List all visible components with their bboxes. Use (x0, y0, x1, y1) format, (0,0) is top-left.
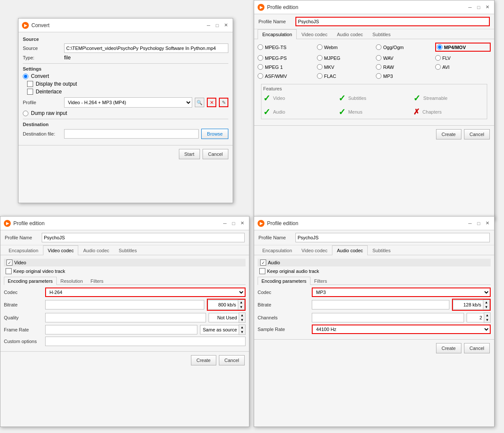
pe2-bitrate-spinner: ▲ ▼ (207, 299, 246, 311)
pe2-codec-select[interactable]: H-264 (45, 288, 246, 297)
pe3-tab-subtitles[interactable]: Subtitles (368, 245, 395, 255)
radio-raw: RAW (376, 64, 432, 70)
pe3-content: ✓ Audio Keep original audio track Encodi… (254, 255, 494, 339)
pe3-channels-value[interactable] (467, 313, 484, 322)
tab-encapsulation[interactable]: Encapsulation (258, 29, 297, 39)
pe1-close[interactable]: ✕ (484, 4, 491, 11)
pe2-custom-input[interactable] (45, 337, 246, 346)
display-output-checkbox[interactable] (27, 81, 33, 87)
pe3-codec-select[interactable]: MP3 (312, 288, 491, 297)
tab-video-codec[interactable]: Video codec (297, 29, 332, 39)
pe3-bitrate-input[interactable] (312, 300, 449, 309)
dump-raw-radio[interactable] (23, 111, 28, 116)
pe3-close[interactable]: ✕ (484, 220, 491, 227)
pe2-inner-tab-resolution[interactable]: Resolution (57, 277, 87, 285)
pe2-inner-tab-encoding[interactable]: Encoding parameters (4, 277, 57, 285)
pe2-title-left: ▶ Profile edition (4, 220, 45, 227)
delete-profile-button[interactable]: ✕ (207, 98, 216, 107)
feature-streamable-label: Streamable (423, 96, 447, 101)
feature-audio: ✓ Audio (263, 107, 335, 117)
pe3-profile-name-input[interactable] (295, 233, 490, 242)
pe2-title-bar: ▶ Profile edition ─ □ ✕ (0, 216, 249, 230)
pe1-tab-bar: Encapsulation Video codec Audio codec Su… (254, 29, 494, 39)
pe2-close[interactable]: ✕ (239, 220, 246, 227)
pe2-quality-input[interactable] (45, 313, 206, 322)
pe1-profile-name-input[interactable] (295, 17, 490, 26)
radio-webm: Webm (317, 43, 373, 52)
pe2-framerate-input[interactable] (45, 325, 197, 334)
pe2-tab-audio-codec[interactable]: Audio codec (78, 245, 114, 255)
source-input[interactable] (64, 43, 228, 53)
start-button[interactable]: Start (179, 149, 200, 159)
pe2-keep-original-checkbox[interactable] (6, 268, 12, 274)
browse-button[interactable]: Browse (201, 129, 228, 139)
pe3-audio-checkbox[interactable]: ✓ (260, 260, 266, 266)
maximize-button[interactable]: □ (214, 22, 221, 29)
feature-video-label: Video (273, 96, 285, 101)
pe3-inner-tab-encoding[interactable]: Encoding parameters (258, 277, 310, 285)
pe3-create-button[interactable]: Create (436, 343, 461, 353)
pe3-channels-label: Channels (258, 315, 309, 320)
profile-select[interactable]: Video - H.264 + MP3 (MP4) (64, 97, 192, 108)
pe2-bitrate-input[interactable] (45, 300, 204, 309)
settings-group-label: Settings (23, 66, 228, 71)
pe3-tab-encapsulation[interactable]: Encapsulation (258, 245, 297, 255)
tab-audio-codec[interactable]: Audio codec (332, 29, 368, 39)
feature-streamable: ✓ Streamable (413, 93, 485, 103)
edit-profile-button[interactable]: ✎ (219, 98, 228, 107)
pe2-bitrate-value[interactable] (208, 300, 238, 309)
pe2-create-button[interactable]: Create (191, 355, 216, 365)
pe2-framerate-spinner-btn[interactable]: ▲ ▼ (239, 325, 246, 335)
tab-subtitles[interactable]: Subtitles (368, 29, 395, 39)
pe3-inner-tab-filters[interactable]: Filters (310, 277, 331, 285)
pe3-keep-original-checkbox[interactable] (259, 268, 265, 274)
pe3-cancel-button[interactable]: Cancel (464, 343, 490, 353)
pe3-channels-spinner-btn[interactable]: ▲ ▼ (484, 312, 491, 323)
features-grid: ✓ Video ✓ Subtitles ✓ Streamable ✓ Audio… (263, 93, 485, 117)
pe3-bitrate-value[interactable] (453, 300, 483, 309)
pe2-maximize[interactable]: □ (230, 220, 237, 227)
radio-wav: WAV (376, 55, 432, 61)
pe2-video-checkbox[interactable]: ✓ (6, 260, 12, 266)
pe3-bitrate-spinner: ▲ ▼ (452, 299, 491, 311)
radio-flv: FLV (435, 55, 491, 61)
radio-asfwmv: ASF/WMV (258, 73, 313, 79)
pe1-controls: ─ □ ✕ (467, 4, 491, 11)
pe2-keep-original-row: Keep original video track (6, 268, 246, 274)
pe3-bitrate-spinner-btn[interactable]: ▲ ▼ (483, 300, 490, 310)
pe2-quality-spinner-btn[interactable]: ▲ ▼ (239, 312, 246, 323)
pe1-minimize[interactable]: ─ (467, 4, 473, 11)
search-profile-button[interactable]: 🔍 (195, 98, 204, 107)
convert-radio[interactable] (23, 74, 28, 79)
pe1-cancel-button[interactable]: Cancel (464, 129, 490, 139)
minimize-button[interactable]: ─ (205, 22, 212, 29)
pe1-maximize[interactable]: □ (475, 4, 482, 11)
close-button[interactable]: ✕ (222, 22, 229, 29)
pe2-bitrate-spinner-btn[interactable]: ▲ ▼ (238, 300, 245, 310)
deinterlace-checkbox[interactable] (27, 89, 33, 95)
destination-input[interactable] (64, 129, 199, 139)
pe3-tab-video-codec[interactable]: Video codec (297, 245, 332, 255)
pe1-create-button[interactable]: Create (436, 129, 461, 139)
profile-row: Profile Video - H.264 + MP3 (MP4) 🔍 ✕ ✎ (23, 97, 228, 108)
cancel-button[interactable]: Cancel (203, 149, 228, 159)
pe3-audio-label: Audio (268, 260, 280, 265)
pe2-profile-name-input[interactable] (42, 233, 245, 242)
convert-radio-label: Convert (31, 73, 49, 79)
pe2-inner-tab-filters[interactable]: Filters (87, 277, 108, 285)
pe2-cancel-button[interactable]: Cancel (219, 355, 245, 365)
pe2-tab-subtitles[interactable]: Subtitles (114, 245, 141, 255)
pe2-tab-video-codec[interactable]: Video codec (43, 245, 78, 255)
pe2-minimize[interactable]: ─ (221, 220, 228, 227)
type-row: Type: file (23, 55, 228, 61)
pe2-framerate-value[interactable] (200, 325, 239, 334)
pe3-maximize[interactable]: □ (475, 220, 482, 227)
pe3-tab-audio-codec[interactable]: Audio codec (332, 245, 368, 255)
pe3-channels-input[interactable] (312, 313, 464, 322)
pe3-minimize[interactable]: ─ (467, 220, 473, 227)
pe2-tab-encapsulation[interactable]: Encapsulation (4, 245, 43, 255)
radio-mp3: MP3 (376, 73, 432, 79)
source-field-label: Source (23, 46, 61, 51)
pe2-quality-value[interactable] (209, 313, 239, 322)
pe3-samplerate-select[interactable]: 44100 Hz (312, 325, 491, 334)
